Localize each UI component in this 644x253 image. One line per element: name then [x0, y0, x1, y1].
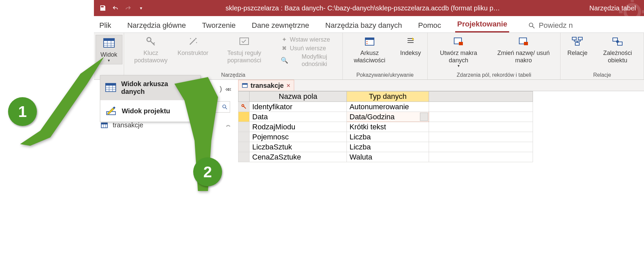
description-cell[interactable]: [429, 142, 533, 152]
chevron-down-icon: ▼: [457, 64, 460, 68]
description-cell[interactable]: [429, 132, 533, 142]
annotation-step-2: 2: [193, 157, 222, 186]
indexes-icon: [404, 35, 417, 48]
tell-me-search[interactable]: Powiedz n: [528, 21, 573, 33]
svg-rect-22: [365, 38, 374, 40]
tab-home[interactable]: Narzędzia główne: [125, 18, 188, 33]
rename-delete-macro-button[interactable]: Zmień nazwę/ usuń makro: [490, 35, 557, 64]
annotation-step-1: 1: [8, 97, 37, 126]
tab-file[interactable]: Plik: [97, 18, 113, 33]
object-dependencies-button[interactable]: Zależności obiektu: [595, 35, 640, 64]
row-selector[interactable]: [238, 142, 250, 152]
validate-icon: [237, 35, 251, 48]
tab-design[interactable]: Projektowanie: [455, 16, 509, 33]
svg-line-16: [190, 39, 195, 45]
field-name-cell[interactable]: RodzajMiodu: [250, 122, 347, 132]
primary-key-button[interactable]: Klucz podstawowy: [127, 35, 174, 64]
svg-rect-8: [104, 39, 114, 41]
window-title: sklep-pszczelarza : Baza danych- C:\bazy…: [144, 4, 581, 12]
svg-line-54: [244, 106, 246, 109]
svg-point-23: [366, 41, 367, 42]
relationships-button[interactable]: Relacje: [564, 35, 591, 57]
header-field-name[interactable]: Nazwa pola: [250, 91, 347, 102]
row-selector[interactable]: [238, 102, 250, 112]
field-name-cell[interactable]: CenaZaSztuke: [250, 152, 347, 162]
group-events-label: Zdarzenia pól, rekordów i tabeli: [428, 71, 560, 79]
data-type-cell[interactable]: Liczba: [347, 142, 429, 152]
data-type-cell[interactable]: Liczba: [347, 132, 429, 142]
test-validation-button[interactable]: Testuj reguły poprawności: [212, 35, 277, 64]
table-design-grid: Nazwa pola Typ danych IdentyfikatorAuton…: [238, 91, 644, 162]
dependencies-icon: [611, 35, 624, 48]
field-name-cell[interactable]: LiczbaSztuk: [250, 142, 347, 152]
svg-point-17: [195, 38, 197, 39]
builder-button[interactable]: Konstruktor: [178, 35, 208, 57]
tab-help[interactable]: Pomoc: [416, 18, 443, 33]
document-tab-transakcje[interactable]: transakcje ×: [238, 80, 294, 91]
delete-row-icon: ✖: [281, 45, 288, 52]
svg-point-37: [616, 40, 619, 43]
description-cell[interactable]: [429, 102, 533, 112]
close-icon[interactable]: ×: [286, 82, 290, 89]
save-icon[interactable]: [99, 5, 106, 11]
insert-rows-button[interactable]: ✦ Wstaw wiersze: [281, 36, 339, 44]
document-tab-bar: transakcje ×: [238, 80, 644, 91]
description-cell[interactable]: [429, 152, 533, 162]
svg-rect-34: [575, 43, 579, 45]
rename-macro-icon: [517, 35, 530, 48]
data-type-cell[interactable]: Autonumerowanie: [347, 102, 429, 112]
data-macro-icon: [452, 35, 465, 48]
undo-icon[interactable]: [112, 5, 119, 11]
delete-rows-button[interactable]: ✖ Usuń wiersze: [281, 45, 339, 52]
svg-point-5: [529, 23, 533, 27]
title-bar: ▾ sklep-pszczelarza : Baza danych- C:\ba…: [94, 0, 644, 16]
data-type-cell[interactable]: Waluta: [347, 152, 429, 162]
data-type-cell[interactable]: Krótki tekst: [347, 122, 429, 132]
svg-point-19: [196, 42, 197, 43]
property-sheet-icon: [363, 35, 376, 48]
field-name-cell[interactable]: Pojemnosc: [250, 132, 347, 142]
svg-line-15: [153, 43, 155, 44]
row-selector[interactable]: [238, 132, 250, 142]
datasheet-view-icon: [102, 37, 116, 50]
modify-lookups-button[interactable]: 🔍 Modyfikuj odnośniki: [281, 53, 339, 68]
create-data-macros-button[interactable]: Utwórz makra danych ▼: [431, 35, 486, 68]
field-name-cell[interactable]: Identyfikator: [250, 102, 347, 112]
svg-rect-52: [243, 83, 248, 85]
description-cell[interactable]: [429, 112, 533, 122]
insert-row-icon: ✦: [281, 37, 288, 43]
wand-icon: [186, 35, 200, 48]
lookup-icon: 🔍: [281, 57, 288, 64]
qat-customize-icon[interactable]: ▾: [138, 5, 144, 11]
svg-line-6: [533, 26, 535, 28]
description-cell[interactable]: [429, 122, 533, 132]
tab-database-tools[interactable]: Narzędzia bazy danych: [323, 18, 404, 33]
indexes-button[interactable]: Indeksy: [397, 35, 424, 57]
chevron-down-icon[interactable]: ⌄: [423, 115, 426, 119]
tab-create[interactable]: Tworzenie: [200, 18, 237, 33]
svg-rect-29: [459, 42, 463, 45]
row-selector[interactable]: [238, 112, 250, 122]
relationships-icon: [571, 35, 584, 48]
row-selector[interactable]: [238, 152, 250, 162]
ribbon-tab-strip: Plik Narzędzia główne Tworzenie Dane zew…: [94, 16, 644, 33]
group-relations-label: Relacje: [560, 71, 644, 79]
table-icon: [242, 82, 248, 88]
svg-point-18: [190, 38, 191, 39]
property-sheet-button[interactable]: Arkusz właściwości: [346, 35, 393, 64]
data-type-cell[interactable]: Data/Godzina⌄: [347, 112, 429, 122]
ribbon: Widok ▼ Klucz podstawowy Konstruktor Tes…: [94, 33, 644, 80]
svg-point-24: [366, 43, 367, 44]
tab-external-data[interactable]: Dane zewnętrzne: [250, 18, 311, 33]
group-showhide-label: Pokazywanie/ukrywanie: [343, 71, 427, 79]
redo-icon[interactable]: [125, 5, 131, 11]
header-data-type[interactable]: Typ danych: [347, 91, 429, 102]
row-selector[interactable]: [238, 122, 250, 132]
key-icon: [144, 35, 158, 48]
svg-rect-33: [578, 37, 582, 40]
search-icon: [528, 22, 535, 29]
field-name-cell[interactable]: Data: [250, 112, 347, 122]
svg-rect-32: [572, 37, 576, 40]
svg-rect-31: [524, 42, 528, 45]
